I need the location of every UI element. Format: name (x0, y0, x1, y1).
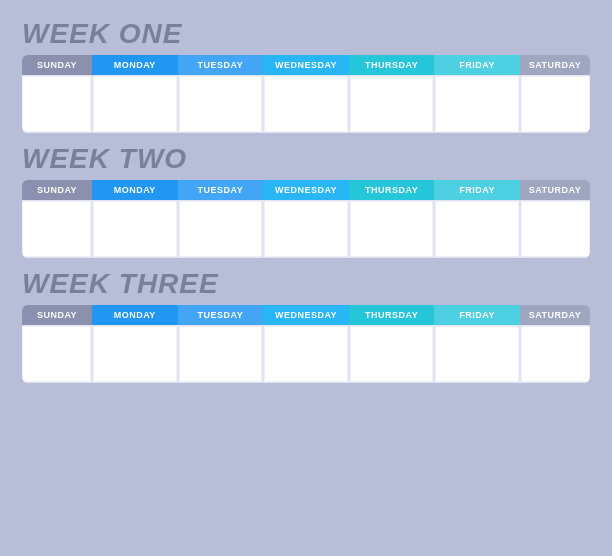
day-col-thursday-week1: THURSDAY (349, 55, 435, 133)
day-col-saturday-week2: SATURDAY (520, 180, 590, 258)
week-title-3: WEEK THREE (22, 268, 590, 300)
calendar-grid-2: SUNDAYMONDAYTUESDAYWEDNESDAYTHURSDAYFRID… (22, 180, 590, 258)
day-header-sunday-week2: SUNDAY (22, 180, 92, 200)
day-body-tuesday-week2[interactable] (178, 200, 264, 258)
day-header-thursday-week1: THURSDAY (349, 55, 435, 75)
day-col-friday-week1: FRIDAY (434, 55, 520, 133)
day-col-tuesday-week2: TUESDAY (178, 180, 264, 258)
day-body-monday-week2[interactable] (92, 200, 178, 258)
day-header-friday-week3: FRIDAY (434, 305, 520, 325)
week-title-1: WEEK ONE (22, 18, 590, 50)
week-section-3: WEEK THREESUNDAYMONDAYTUESDAYWEDNESDAYTH… (22, 268, 590, 383)
day-header-friday-week1: FRIDAY (434, 55, 520, 75)
day-body-friday-week2[interactable] (434, 200, 520, 258)
day-header-monday-week3: MONDAY (92, 305, 178, 325)
day-col-thursday-week3: THURSDAY (349, 305, 435, 383)
week-section-1: WEEK ONESUNDAYMONDAYTUESDAYWEDNESDAYTHUR… (22, 18, 590, 133)
day-col-friday-week2: FRIDAY (434, 180, 520, 258)
day-header-monday-week2: MONDAY (92, 180, 178, 200)
day-header-sunday-week3: SUNDAY (22, 305, 92, 325)
day-header-wednesday-week1: WEDNESDAY (263, 55, 349, 75)
day-col-wednesday-week2: WEDNESDAY (263, 180, 349, 258)
day-body-saturday-week2[interactable] (520, 200, 590, 258)
calendar-grid-3: SUNDAYMONDAYTUESDAYWEDNESDAYTHURSDAYFRID… (22, 305, 590, 383)
day-col-saturday-week3: SATURDAY (520, 305, 590, 383)
calendar-app: WEEK ONESUNDAYMONDAYTUESDAYWEDNESDAYTHUR… (22, 18, 590, 393)
day-body-thursday-week3[interactable] (349, 325, 435, 383)
day-col-tuesday-week3: TUESDAY (178, 305, 264, 383)
day-body-tuesday-week1[interactable] (178, 75, 264, 133)
day-header-wednesday-week3: WEDNESDAY (263, 305, 349, 325)
day-header-saturday-week2: SATURDAY (520, 180, 590, 200)
day-col-sunday-week3: SUNDAY (22, 305, 92, 383)
day-header-tuesday-week2: TUESDAY (178, 180, 264, 200)
day-body-friday-week1[interactable] (434, 75, 520, 133)
day-body-wednesday-week1[interactable] (263, 75, 349, 133)
day-header-friday-week2: FRIDAY (434, 180, 520, 200)
day-col-friday-week3: FRIDAY (434, 305, 520, 383)
day-body-wednesday-week2[interactable] (263, 200, 349, 258)
day-col-monday-week1: MONDAY (92, 55, 178, 133)
day-col-sunday-week1: SUNDAY (22, 55, 92, 133)
day-body-thursday-week1[interactable] (349, 75, 435, 133)
day-col-monday-week3: MONDAY (92, 305, 178, 383)
day-body-saturday-week3[interactable] (520, 325, 590, 383)
day-header-tuesday-week3: TUESDAY (178, 305, 264, 325)
calendar-grid-1: SUNDAYMONDAYTUESDAYWEDNESDAYTHURSDAYFRID… (22, 55, 590, 133)
day-body-sunday-week3[interactable] (22, 325, 92, 383)
day-col-thursday-week2: THURSDAY (349, 180, 435, 258)
day-header-saturday-week3: SATURDAY (520, 305, 590, 325)
day-body-tuesday-week3[interactable] (178, 325, 264, 383)
day-body-friday-week3[interactable] (434, 325, 520, 383)
day-header-thursday-week2: THURSDAY (349, 180, 435, 200)
day-col-tuesday-week1: TUESDAY (178, 55, 264, 133)
day-body-wednesday-week3[interactable] (263, 325, 349, 383)
day-body-monday-week3[interactable] (92, 325, 178, 383)
day-header-tuesday-week1: TUESDAY (178, 55, 264, 75)
day-header-saturday-week1: SATURDAY (520, 55, 590, 75)
day-header-thursday-week3: THURSDAY (349, 305, 435, 325)
day-header-wednesday-week2: WEDNESDAY (263, 180, 349, 200)
day-body-sunday-week1[interactable] (22, 75, 92, 133)
day-col-wednesday-week1: WEDNESDAY (263, 55, 349, 133)
day-col-saturday-week1: SATURDAY (520, 55, 590, 133)
day-header-sunday-week1: SUNDAY (22, 55, 92, 75)
week-title-2: WEEK TWO (22, 143, 590, 175)
day-col-sunday-week2: SUNDAY (22, 180, 92, 258)
day-body-saturday-week1[interactable] (520, 75, 590, 133)
day-header-monday-week1: MONDAY (92, 55, 178, 75)
day-col-monday-week2: MONDAY (92, 180, 178, 258)
day-col-wednesday-week3: WEDNESDAY (263, 305, 349, 383)
week-section-2: WEEK TWOSUNDAYMONDAYTUESDAYWEDNESDAYTHUR… (22, 143, 590, 258)
day-body-sunday-week2[interactable] (22, 200, 92, 258)
day-body-thursday-week2[interactable] (349, 200, 435, 258)
day-body-monday-week1[interactable] (92, 75, 178, 133)
